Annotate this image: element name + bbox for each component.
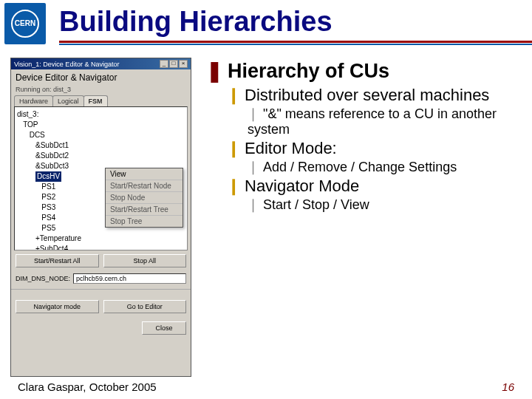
- logo-text: CERN: [15, 20, 35, 27]
- bullet-level2: Distributed over several machines: [227, 86, 519, 104]
- slide-title: Building Hierarchies: [59, 6, 532, 38]
- maximize-icon[interactable]: □: [169, 60, 178, 68]
- context-item-start-node[interactable]: Start/Restart Node: [106, 180, 183, 192]
- running-on-label: Running on: dist_3: [11, 86, 191, 95]
- tree-item[interactable]: TOP: [17, 120, 185, 130]
- start-all-button[interactable]: Start/Restart All: [16, 254, 99, 267]
- tree-item[interactable]: DCS: [17, 130, 185, 140]
- context-item-stop-tree[interactable]: Stop Tree: [106, 216, 183, 227]
- dim-dns-label: DIM_DNS_NODE:: [16, 275, 70, 282]
- context-item-stop-node[interactable]: Stop Node: [106, 192, 183, 204]
- bullet-level3: Add / Remove / Change Settings: [248, 160, 519, 175]
- footer-author: Clara Gaspar, October 2005: [18, 381, 157, 393]
- tree-view[interactable]: dist_3: TOP DCS &SubDct1 &SubDct2 &SubDc…: [14, 106, 188, 250]
- stop-all-button[interactable]: Stop All: [103, 254, 187, 267]
- close-button[interactable]: Close: [142, 321, 186, 335]
- tree-item[interactable]: +SubDct4: [17, 244, 185, 250]
- context-item-view[interactable]: View: [106, 168, 183, 180]
- window-titlebar: Vision_1: Device Editor & Navigator _ □ …: [11, 58, 191, 69]
- window-title: Vision_1: Device Editor & Navigator: [14, 61, 119, 68]
- navigator-mode-button[interactable]: Navigator mode: [16, 300, 99, 313]
- bullet-level1: Hierarchy of CUs: [206, 59, 519, 83]
- minimize-icon[interactable]: _: [160, 60, 168, 68]
- tree-item[interactable]: &SubDct1: [17, 140, 185, 151]
- bullet-level2: Editor Mode:: [227, 139, 519, 157]
- tree-item[interactable]: dist_3:: [17, 109, 185, 120]
- tab-hardware[interactable]: Hardware: [14, 95, 53, 106]
- tree-item[interactable]: +Temperature: [17, 233, 185, 244]
- cern-logo: CERN: [4, 3, 46, 44]
- bullet-content: Hierarchy of CUs Distributed over severa…: [191, 52, 532, 377]
- context-item-start-tree[interactable]: Start/Restart Tree: [106, 204, 183, 216]
- bullet-level2: Navigator Mode: [227, 177, 519, 195]
- page-number: 16: [502, 381, 514, 393]
- bullet-level3: "&" means reference to a CU in another s…: [248, 106, 519, 137]
- goto-editor-button[interactable]: Go to Editor: [103, 300, 187, 313]
- dim-dns-input[interactable]: pclhcb59.cern.ch: [73, 273, 186, 284]
- tab-logical[interactable]: Logical: [52, 95, 84, 106]
- tree-item[interactable]: &SubDct2: [17, 151, 185, 161]
- bullet-level3: Start / Stop / View: [248, 197, 519, 213]
- close-icon[interactable]: ×: [179, 60, 188, 68]
- context-menu: View Start/Restart Node Stop Node Start/…: [105, 168, 183, 228]
- editor-window: Vision_1: Device Editor & Navigator _ □ …: [10, 58, 191, 377]
- panel-title: Device Editor & Navigator: [11, 69, 191, 86]
- tab-fsm[interactable]: FSM: [83, 95, 108, 106]
